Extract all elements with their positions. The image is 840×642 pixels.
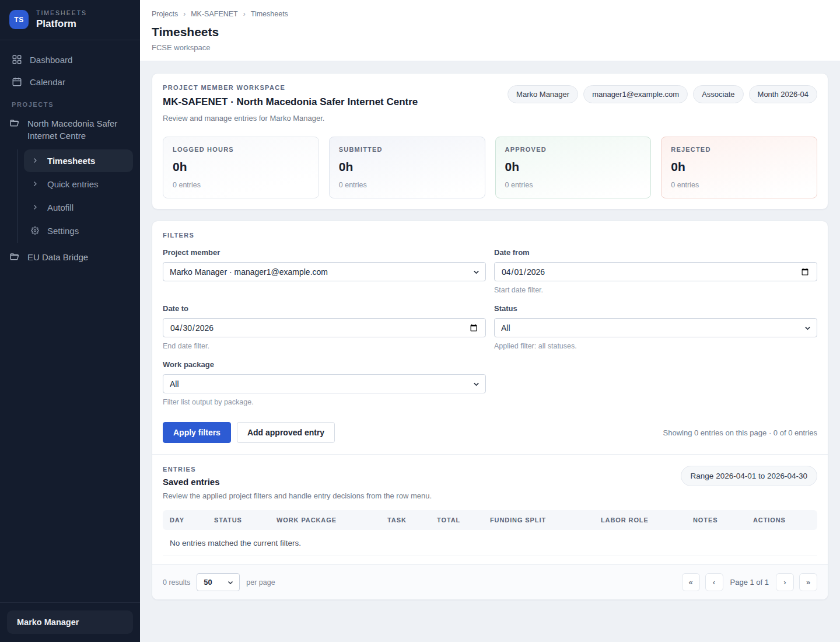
member-role-badge: Associate <box>693 85 743 103</box>
empty-state-row: No entries matched the current filters. <box>163 530 817 556</box>
showing-summary: Showing 0 entries on this page · 0 of 0 … <box>663 428 818 437</box>
stat-label: SUBMITTED <box>339 146 475 153</box>
sidebar-item-label: Quick entries <box>47 179 99 189</box>
workspace-badges: Marko Manager manager1@example.com Assoc… <box>508 84 817 103</box>
filters-entries-card: FILTERS Project member Marko Manager · m… <box>152 221 828 600</box>
column-header-work-package: WORK PACKAGE <box>271 510 382 530</box>
breadcrumb-timesheets[interactable]: Timesheets <box>251 10 288 18</box>
previous-page-button[interactable]: ‹ <box>705 573 723 591</box>
stat-label: APPROVED <box>505 146 642 153</box>
results-count: 0 results <box>163 578 190 587</box>
apply-filters-button[interactable]: Apply filters <box>163 422 231 443</box>
page-content: PROJECT MEMBER WORKSPACE MK-SAFENET · No… <box>140 61 840 642</box>
chevron-right-icon: › <box>183 10 186 18</box>
field-helper: Applied filter: all statuses. <box>494 342 817 350</box>
field-label: Status <box>494 304 817 313</box>
breadcrumb-mk-safenet[interactable]: MK-SAFENET <box>191 10 238 18</box>
filters-grid: Project member Marko Manager · manager1@… <box>163 248 817 406</box>
first-page-button[interactable]: « <box>682 573 700 591</box>
chevron-right-icon: › <box>243 10 246 18</box>
page-indicator: Page 1 of 1 <box>729 578 771 587</box>
project-subnav: Timesheets Quick entries Autofill Settin… <box>17 149 133 243</box>
date-from-input[interactable] <box>494 262 817 281</box>
stat-sub: 0 entries <box>671 181 807 189</box>
date-range-badge: Range 2026-04-01 to 2026-04-30 <box>681 466 817 486</box>
date-to-input[interactable] <box>163 318 486 337</box>
per-page-select[interactable]: 50 <box>197 573 240 591</box>
pagination-bar: 0 results 50 per page « ‹ Page 1 of 1 › … <box>152 564 828 599</box>
next-page-button[interactable]: › <box>776 573 794 591</box>
entries-eyebrow: ENTRIES <box>163 466 432 473</box>
chevron-right-icon <box>31 204 39 211</box>
project-name: North Macedonia Safer Internet Centre <box>27 117 131 142</box>
page-header: Projects › MK-SAFENET › Timesheets Times… <box>140 0 840 61</box>
chevron-right-icon <box>31 157 39 164</box>
app-label: TIMESHEETS <box>36 9 87 16</box>
entries-table: DAY STATUS WORK PACKAGE TASK TOTAL FUNDI… <box>163 510 817 556</box>
sidebar-item-autofill[interactable]: Autofill <box>24 196 133 219</box>
sidebar-project-mk-safenet[interactable]: North Macedonia Safer Internet Centre <box>0 111 140 146</box>
sidebar-item-settings[interactable]: Settings <box>24 219 133 242</box>
workspace-subtitle: Review and manage entries for Marko Mana… <box>163 114 418 123</box>
gear-icon <box>31 226 39 235</box>
status-field: Status All Applied filter: all statuses. <box>494 304 817 350</box>
stat-sub: 0 entries <box>173 181 309 189</box>
work-package-select[interactable]: All <box>163 374 486 393</box>
stat-label: REJECTED <box>671 146 807 153</box>
field-helper: Filter list output by package. <box>163 398 486 406</box>
member-name-badge: Marko Manager <box>508 85 578 103</box>
sidebar-project-eu-data-bridge[interactable]: EU Data Bridge <box>0 245 140 267</box>
member-email-badge: manager1@example.com <box>583 85 688 103</box>
sidebar-footer: Marko Manager <box>0 602 140 642</box>
sidebar-item-label: Autofill <box>47 203 74 212</box>
folder-icon <box>9 117 20 129</box>
work-package-field: Work package All Filter list output by p… <box>163 360 486 406</box>
breadcrumb-projects[interactable]: Projects <box>152 10 178 18</box>
column-header-day: DAY <box>163 510 208 530</box>
field-label: Work package <box>163 360 486 369</box>
stat-label: LOGGED HOURS <box>173 146 309 153</box>
entries-subtitle: Review the applied project filters and h… <box>163 491 432 500</box>
stat-rejected: REJECTED 0h 0 entries <box>661 137 817 198</box>
sidebar-item-label: Dashboard <box>30 55 72 65</box>
empty-state-message: No entries matched the current filters. <box>163 530 817 556</box>
pager-controls: « ‹ Page 1 of 1 › » <box>682 573 818 591</box>
stat-sub: 0 entries <box>339 181 475 189</box>
field-label: Date to <box>163 304 486 313</box>
project-member-select[interactable]: Marko Manager · manager1@example.com <box>163 262 486 281</box>
column-header-actions: ACTIONS <box>747 510 817 530</box>
filters-eyebrow: FILTERS <box>163 232 817 239</box>
breadcrumb: Projects › MK-SAFENET › Timesheets <box>152 10 828 18</box>
workspace-title: MK-SAFENET · North Macedonia Safer Inter… <box>163 96 418 108</box>
sidebar-item-calendar[interactable]: Calendar <box>7 71 133 93</box>
column-header-notes: NOTES <box>687 510 747 530</box>
per-page-label: per page <box>246 578 275 587</box>
chevron-right-icon <box>31 180 39 187</box>
column-header-status: STATUS <box>208 510 271 530</box>
current-user-button[interactable]: Marko Manager <box>7 610 133 634</box>
stat-sub: 0 entries <box>505 181 642 189</box>
field-label: Date from <box>494 248 817 257</box>
add-approved-entry-button[interactable]: Add approved entry <box>237 422 335 443</box>
status-select[interactable]: All <box>494 318 817 337</box>
column-header-funding-split: FUNDING SPLIT <box>484 510 595 530</box>
sidebar-item-dashboard[interactable]: Dashboard <box>7 48 133 71</box>
column-header-task: TASK <box>382 510 431 530</box>
app-logo: TS <box>9 10 29 29</box>
field-helper: End date filter. <box>163 342 486 350</box>
calendar-icon <box>12 76 22 87</box>
sidebar-item-quick-entries[interactable]: Quick entries <box>24 173 133 196</box>
last-page-button[interactable]: » <box>799 573 817 591</box>
sidebar-item-label: Timesheets <box>47 156 95 166</box>
sidebar-nav: Dashboard Calendar <box>0 40 140 93</box>
stat-approved: APPROVED 0h 0 entries <box>495 137 652 198</box>
app-header: TS TIMESHEETS Platform <box>0 0 140 40</box>
sidebar-item-label: Settings <box>47 226 79 236</box>
stat-value: 0h <box>505 160 642 174</box>
table-header-row: DAY STATUS WORK PACKAGE TASK TOTAL FUNDI… <box>163 510 817 530</box>
project-member-field: Project member Marko Manager · manager1@… <box>163 248 486 294</box>
month-badge: Month 2026-04 <box>749 85 817 103</box>
stat-value: 0h <box>173 160 309 174</box>
entries-header: ENTRIES Saved entries Review the applied… <box>163 466 817 500</box>
sidebar-item-timesheets[interactable]: Timesheets <box>24 149 133 172</box>
